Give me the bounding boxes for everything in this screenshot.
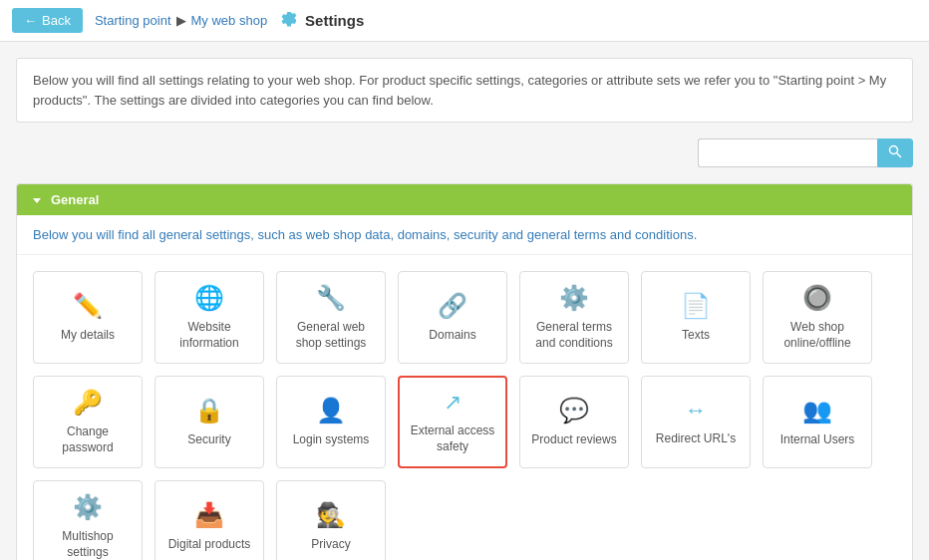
grid-item-general-terms[interactable]: ⚙️ General terms and conditions: [519, 271, 629, 364]
search-icon: [888, 144, 902, 158]
search-input[interactable]: [698, 139, 877, 167]
grid-item-login-systems[interactable]: 👤 Login systems: [276, 376, 386, 468]
back-button[interactable]: ← Back: [12, 8, 83, 33]
grid-item-domains[interactable]: 🔗 Domains: [398, 271, 507, 364]
edit-icon: ✏️: [73, 292, 103, 320]
grid-item-product-reviews[interactable]: 💬 Product reviews: [519, 376, 629, 468]
info-box: Below you will find all settings relatin…: [16, 58, 913, 123]
breadcrumb-sep-icon: ▶: [176, 13, 186, 28]
external-arrow-icon: ↗: [444, 390, 462, 416]
terms-icon: ⚙️: [559, 284, 589, 312]
main-content: Below you will find all settings relatin…: [0, 42, 929, 560]
item-label: Login systems: [293, 432, 370, 448]
spy-icon: 🕵️: [316, 501, 346, 529]
grid-row-2: 🔑 Change password 🔒 Security 👤 Login sys…: [33, 376, 896, 468]
grid-item-my-details[interactable]: ✏️ My details: [33, 271, 143, 364]
chevron-down-icon: [31, 194, 43, 206]
grid-item-privacy[interactable]: 🕵️ Privacy: [276, 480, 386, 560]
top-bar: ← Back Starting point ▶ My web shop Sett…: [0, 0, 929, 42]
item-label: General web shop settings: [285, 320, 377, 351]
item-label: Internal Users: [780, 432, 855, 448]
item-label: Multishop settings: [42, 529, 134, 560]
item-label: External access safety: [408, 423, 497, 454]
breadcrumb-start[interactable]: Starting point: [95, 13, 171, 28]
settings-label: Settings: [279, 11, 364, 31]
item-label: Privacy: [311, 537, 350, 553]
item-label: Security: [187, 432, 230, 448]
arrows-icon: ↔: [685, 398, 707, 423]
grid-row-3: ⚙️ Multishop settings 📥 Digital products…: [33, 480, 896, 560]
toggle-icon: 🔘: [802, 284, 832, 312]
globe-icon: 🌐: [194, 284, 224, 312]
grid-item-external-access-safety[interactable]: ↗ External access safety: [398, 376, 507, 468]
grid-item-texts[interactable]: 📄 Texts: [641, 271, 751, 364]
grid-item-website-information[interactable]: 🌐 Website information: [155, 271, 264, 364]
item-label: Texts: [682, 328, 710, 344]
breadcrumb-current[interactable]: My web shop: [191, 13, 268, 28]
item-label: General terms and conditions: [528, 320, 620, 351]
general-section: General Below you will find all general …: [16, 183, 913, 560]
item-label: Domains: [429, 328, 475, 344]
grid-item-security[interactable]: 🔒 Security: [155, 376, 264, 468]
item-label: Web shop online/offline: [772, 320, 863, 351]
section-title: General: [51, 192, 99, 207]
grid-item-redirect-urls[interactable]: ↔ Redirect URL's: [641, 376, 751, 468]
search-row: [16, 139, 913, 167]
grid-item-web-shop-online[interactable]: 🔘 Web shop online/offline: [763, 271, 872, 364]
person-icon: 👤: [316, 397, 346, 424]
grid-item-multishop-settings[interactable]: ⚙️ Multishop settings: [33, 480, 143, 560]
item-label: Redirect URL's: [656, 431, 736, 447]
doc-icon: 📄: [681, 292, 711, 320]
grid-item-change-password[interactable]: 🔑 Change password: [33, 376, 143, 468]
gear-icon: [279, 11, 299, 31]
svg-line-1: [897, 153, 902, 158]
search-button[interactable]: [877, 139, 913, 167]
grid-container: ✏️ My details 🌐 Website information 🔧 Ge…: [17, 255, 912, 560]
users-icon: 👥: [802, 397, 832, 424]
grid-item-general-web-shop-settings[interactable]: 🔧 General web shop settings: [276, 271, 386, 364]
svg-point-0: [890, 146, 898, 154]
grid-item-internal-users[interactable]: 👥 Internal Users: [763, 376, 872, 468]
grid-item-digital-products[interactable]: 📥 Digital products: [155, 480, 264, 560]
section-header: General: [17, 184, 912, 215]
search-wrapper: [698, 139, 913, 167]
item-label: Product reviews: [531, 432, 616, 448]
wrench-icon: 🔧: [316, 284, 346, 312]
chat-icon: 💬: [559, 397, 589, 424]
item-label: Website information: [163, 320, 255, 351]
breadcrumb: Starting point ▶ My web shop: [95, 13, 267, 28]
info-text: Below you will find all settings relatin…: [33, 73, 886, 108]
gears-icon: ⚙️: [73, 493, 103, 521]
download-icon: 📥: [194, 501, 224, 529]
back-label: Back: [42, 13, 71, 28]
lock-icon: 🔒: [194, 397, 224, 424]
grid-row-1: ✏️ My details 🌐 Website information 🔧 Ge…: [33, 271, 896, 364]
item-label: Digital products: [168, 537, 251, 553]
section-description: Below you will find all general settings…: [17, 215, 912, 255]
settings-text: Settings: [305, 12, 364, 29]
item-label: Change password: [42, 424, 134, 455]
link-icon: 🔗: [438, 292, 467, 320]
item-label: My details: [61, 328, 115, 344]
svg-marker-2: [33, 198, 41, 203]
key-icon: 🔑: [73, 389, 103, 417]
back-arrow-icon: ←: [24, 13, 37, 28]
